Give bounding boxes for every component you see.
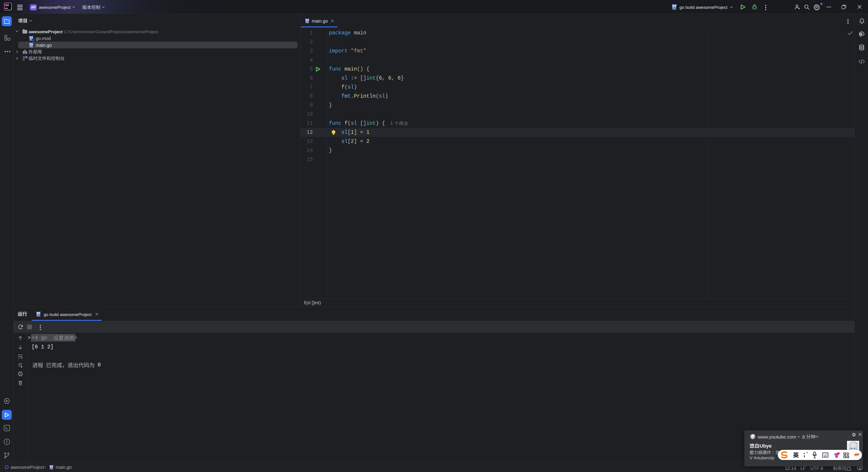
svg-text:GO: GO [5,4,9,6]
